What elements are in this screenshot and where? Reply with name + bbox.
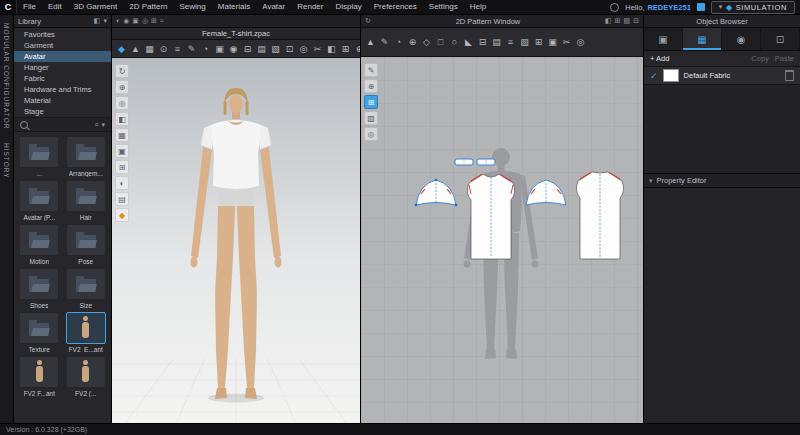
app-logo-icon[interactable]: C — [0, 0, 17, 14]
sync-icon[interactable]: ↻ — [365, 15, 371, 27]
show-avatar-icon[interactable]: ◧ — [115, 112, 129, 126]
paste-fabric-button[interactable]: Paste — [775, 54, 794, 63]
library-item-thumbnail[interactable] — [66, 356, 106, 388]
solidify-icon[interactable]: ▣ — [213, 42, 226, 55]
reset-view-icon[interactable]: ↻ — [115, 64, 129, 78]
dart-tool-icon[interactable]: ◣ — [462, 36, 475, 49]
search-icon[interactable] — [20, 121, 28, 129]
fabric-row[interactable]: ✓ Default Fabric — [644, 67, 800, 85]
menu-item[interactable]: Preferences — [368, 0, 423, 14]
wind-icon[interactable]: ≈ — [160, 15, 164, 27]
show-pattern-icon[interactable]: ◧ — [605, 15, 612, 27]
pattern-piece-back-bodice[interactable] — [576, 172, 623, 259]
library-item[interactable]: Texture — [17, 312, 62, 353]
segment-sewing-icon[interactable]: ≡ — [171, 42, 184, 55]
library-item-thumbnail[interactable] — [66, 224, 106, 256]
notch-icon[interactable]: ⊟ — [476, 36, 489, 49]
show-mesh-icon[interactable]: ▦ — [115, 128, 129, 142]
menu-item[interactable]: Sewing — [174, 0, 212, 14]
render-style-icon[interactable]: ▣ — [115, 144, 129, 158]
texture-editor-icon[interactable]: ▣ — [546, 36, 559, 49]
library-item[interactable]: FV2 F...ant — [17, 356, 62, 397]
steam-brush-icon[interactable]: ◔ — [199, 42, 212, 55]
library-item[interactable]: Hair — [64, 180, 109, 221]
2d-pattern-canvas[interactable]: ✎⊕⊞▧◎ — [361, 57, 643, 423]
library-item-thumbnail[interactable] — [19, 224, 59, 256]
property-editor-header[interactable]: ▾ Property Editor — [644, 173, 800, 188]
menu-item[interactable]: Render — [291, 0, 329, 14]
camera-view-icon[interactable]: ▣ — [132, 15, 139, 27]
edit-pattern-icon[interactable]: ✎ — [378, 36, 391, 49]
library-item-thumbnail[interactable] — [19, 136, 59, 168]
pin-icon[interactable]: ⊙ — [157, 42, 170, 55]
notification-icon[interactable] — [610, 3, 619, 12]
show-texture-icon[interactable]: ▧ — [624, 15, 631, 27]
show-avatar-icon[interactable]: ◉ — [123, 15, 129, 27]
focus-icon[interactable]: ◎ — [115, 96, 129, 110]
menu-item[interactable]: File — [17, 0, 42, 14]
scissors-icon[interactable]: ✂ — [560, 36, 573, 49]
select-move-icon[interactable]: ▲ — [129, 42, 142, 55]
3d-viewport[interactable]: ↻⊕◎◧▦▣⊞◐▤◆ — [112, 58, 360, 423]
library-category[interactable]: Hanger — [14, 62, 111, 73]
menu-item[interactable]: Materials — [212, 0, 256, 14]
library-item-thumbnail[interactable] — [66, 268, 106, 300]
show-stitch-icon[interactable]: ▤ — [115, 192, 129, 206]
library-category[interactable]: Material — [14, 95, 111, 106]
library-item-thumbnail[interactable] — [19, 180, 59, 212]
gift-icon[interactable] — [697, 3, 705, 11]
grading-icon[interactable]: ▧ — [518, 36, 531, 49]
library-category[interactable]: Garment — [14, 40, 111, 51]
edit-pattern-icon[interactable]: ✎ — [364, 63, 378, 77]
flatten-icon[interactable]: ⊞ — [339, 42, 352, 55]
simulation-button[interactable]: ▾ ◆ SIMULATION — [711, 1, 795, 14]
topstitch-icon[interactable]: ▤ — [255, 42, 268, 55]
copy-fabric-button[interactable]: Copy — [751, 54, 769, 63]
library-item-thumbnail[interactable] — [66, 180, 106, 212]
library-category[interactable]: Fabric — [14, 73, 111, 84]
polygon-tool-icon[interactable]: ◇ — [420, 36, 433, 49]
library-item-thumbnail[interactable] — [66, 312, 106, 344]
library-item[interactable]: Arrangem... — [64, 136, 109, 177]
menu-item[interactable]: Avatar — [256, 0, 291, 14]
buttonhole-icon[interactable]: ⊟ — [241, 42, 254, 55]
menu-item[interactable]: Edit — [42, 0, 68, 14]
render-style-icon[interactable]: ◐ — [116, 15, 120, 27]
add-point-icon[interactable]: ⊕ — [364, 79, 378, 93]
library-item-thumbnail[interactable] — [66, 136, 106, 168]
zipper-icon[interactable]: ⊡ — [283, 42, 296, 55]
fabric-swatch[interactable] — [663, 69, 679, 82]
tab-fabric[interactable]: ▦ — [683, 28, 722, 50]
transform-pattern-icon[interactable]: ▲ — [364, 36, 377, 49]
free-sewing-icon[interactable]: ✎ — [185, 42, 198, 55]
seam-allowance-icon[interactable]: ▤ — [490, 36, 503, 49]
select-mesh-icon[interactable]: ▦ — [143, 42, 156, 55]
colorway-icon[interactable]: ◆ — [115, 208, 129, 222]
menu-item[interactable]: 3D Garment — [68, 0, 124, 14]
shade-mode-icon[interactable]: ◐ — [115, 176, 129, 190]
show-grid-icon[interactable]: ⊞ — [115, 160, 129, 174]
rail-tab[interactable]: HISTORY — [3, 143, 10, 179]
menu-item[interactable]: Display — [329, 0, 367, 14]
menu-item[interactable]: Settings — [423, 0, 464, 14]
simulate-icon[interactable]: ◆ — [115, 42, 128, 55]
show-texture-icon[interactable]: ▧ — [364, 111, 378, 125]
add-point-icon[interactable]: ⊕ — [406, 36, 419, 49]
library-item[interactable]: Motion — [17, 224, 62, 265]
menu-item[interactable]: Help — [464, 0, 492, 14]
tack-icon[interactable]: ≡ — [504, 36, 517, 49]
zoom-fit-icon[interactable]: ⊕ — [115, 80, 129, 94]
show-grid-icon[interactable]: ⊞ — [151, 15, 157, 27]
measure-tape-icon[interactable]: ◎ — [297, 42, 310, 55]
rail-tab[interactable]: MODULAR CONFIGURATOR — [3, 23, 10, 129]
trash-icon[interactable] — [785, 70, 794, 81]
pin-icon[interactable]: ◧ — [94, 15, 101, 27]
library-item[interactable]: Size — [64, 268, 109, 309]
tab-trim[interactable]: ⊡ — [761, 28, 800, 50]
library-item[interactable]: Avatar (P... — [17, 180, 62, 221]
library-category[interactable]: Avatar — [14, 51, 111, 62]
sort-icon[interactable]: ▾ — [101, 119, 105, 131]
library-item-thumbnail[interactable] — [19, 356, 59, 388]
rectangle-tool-icon[interactable]: □ — [434, 36, 447, 49]
library-item[interactable]: FV2 (... — [64, 356, 109, 397]
